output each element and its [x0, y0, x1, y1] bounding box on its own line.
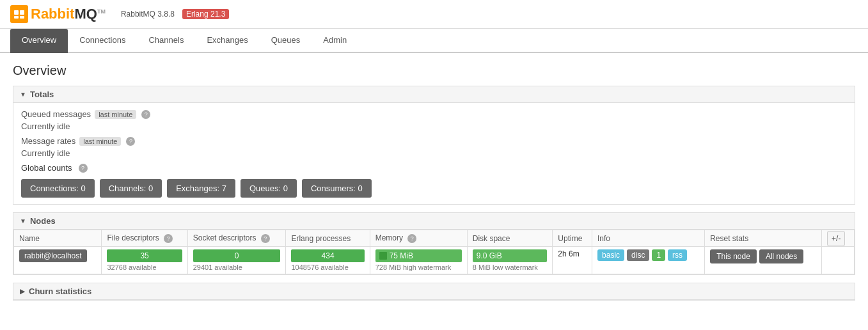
- currently-idle-1: Currently idle: [21, 122, 847, 131]
- queued-messages-tag[interactable]: last minute: [95, 110, 136, 119]
- badge-rss[interactable]: rss: [668, 249, 687, 261]
- memory-sub: 728 MiB high watermark: [375, 263, 462, 271]
- disk-space-cell: 9.0 GiB 8 MiB low watermark: [467, 247, 553, 274]
- queued-messages-row: Queued messages last minute ?: [21, 109, 847, 119]
- col-erlang-processes: Erlang processes: [286, 230, 370, 247]
- rabbitmq-logo-icon: [10, 5, 28, 23]
- logo-tm: TM: [97, 8, 106, 15]
- socket-desc-help[interactable]: ?: [261, 234, 270, 243]
- page-title: Overview: [13, 63, 855, 78]
- col-name: Name: [14, 230, 102, 247]
- socket-descriptors-bar: 0: [193, 249, 281, 262]
- file-descriptors-bar: 35: [107, 249, 182, 262]
- badge-disc[interactable]: disc: [627, 249, 649, 261]
- nodes-section-label: Nodes: [30, 216, 56, 226]
- disk-space-value: 9.0 GiB: [477, 251, 502, 260]
- file-desc-help[interactable]: ?: [164, 234, 173, 243]
- message-rates-help[interactable]: ?: [126, 137, 135, 146]
- erlang-processes-cell: 434 1048576 available: [286, 247, 370, 274]
- badge-basic[interactable]: basic: [597, 249, 624, 261]
- col-memory: Memory ?: [370, 230, 467, 247]
- nodes-section: ▼ Nodes Name File descriptors ? Sock: [13, 212, 855, 275]
- churn-section-header[interactable]: ▶ Churn statistics: [13, 283, 855, 300]
- nav-admin[interactable]: Admin: [312, 29, 358, 53]
- info-badges: basic disc 1 rss: [597, 249, 699, 261]
- memory-help[interactable]: ?: [407, 234, 416, 243]
- header: RabbitMQTM RabbitMQ 3.8.8 Erlang 21.3: [0, 0, 868, 29]
- disk-space-bar: 9.0 GiB: [473, 249, 548, 262]
- all-nodes-btn[interactable]: All nodes: [759, 249, 803, 263]
- svg-rect-0: [14, 10, 19, 15]
- totals-section-header[interactable]: ▼ Totals: [13, 86, 855, 103]
- message-rates-row: Message rates last minute ?: [21, 136, 847, 146]
- queued-messages-label: Queued messages: [21, 109, 91, 119]
- empty-cell: [822, 247, 855, 274]
- col-uptime: Uptime: [553, 230, 592, 247]
- nav-queues[interactable]: Queues: [260, 29, 312, 53]
- global-counts-row: Global counts ?: [21, 163, 847, 173]
- nodes-section-content: Name File descriptors ? Socket descripto…: [13, 230, 855, 274]
- consumers-count-btn[interactable]: Consumers: 0: [302, 179, 372, 198]
- main-content: Overview ▼ Totals Queued messages last m…: [0, 53, 868, 318]
- uptime-value: 2h 6m: [558, 249, 579, 258]
- nodes-table: Name File descriptors ? Socket descripto…: [13, 230, 855, 274]
- uptime-cell: 2h 6m: [553, 247, 592, 274]
- totals-arrow-icon: ▼: [20, 91, 26, 98]
- connections-count-btn[interactable]: Connections: 0: [21, 179, 95, 198]
- currently-idle-2: Currently idle: [21, 148, 847, 158]
- message-rates-tag[interactable]: last minute: [79, 137, 121, 146]
- this-node-btn[interactable]: This node: [710, 249, 757, 263]
- memory-bar-inner: [379, 252, 387, 260]
- svg-rect-2: [14, 16, 19, 19]
- nav-channels[interactable]: Channels: [137, 29, 195, 53]
- logo-mq: MQ: [74, 6, 97, 22]
- totals-section-label: Totals: [30, 90, 54, 99]
- erlang-processes-sub: 1048576 available: [291, 263, 364, 271]
- socket-descriptors-sub: 29401 available: [193, 263, 281, 271]
- nodes-arrow-icon: ▼: [20, 217, 26, 224]
- nav-connections[interactable]: Connections: [68, 29, 137, 53]
- nodes-table-header-row: Name File descriptors ? Socket descripto…: [14, 230, 855, 247]
- svg-rect-1: [20, 10, 24, 15]
- file-descriptors-cell: 35 32768 available: [102, 247, 187, 274]
- nodes-section-header[interactable]: ▼ Nodes: [13, 213, 855, 230]
- node-name[interactable]: rabbit@localhost: [19, 249, 87, 262]
- table-row: rabbit@localhost 35 32768 available 0 29…: [14, 247, 855, 274]
- memory-value: 75 MiB: [390, 251, 413, 260]
- channels-count-btn[interactable]: Channels: 0: [100, 179, 162, 198]
- node-name-cell: rabbit@localhost: [14, 247, 102, 274]
- queues-count-btn[interactable]: Queues: 0: [241, 179, 297, 198]
- global-counts-help[interactable]: ?: [79, 164, 88, 173]
- col-socket-descriptors: Socket descriptors ?: [187, 230, 286, 247]
- logo-text: RabbitMQTM: [31, 6, 106, 22]
- totals-section-content: Queued messages last minute ? Currently …: [13, 103, 855, 204]
- totals-section: ▼ Totals Queued messages last minute ? C…: [13, 86, 855, 205]
- erlang-processes-bar: 434: [291, 249, 364, 262]
- svg-rect-3: [20, 16, 24, 19]
- nav-overview[interactable]: Overview: [10, 29, 68, 53]
- churn-section: ▶ Churn statistics: [13, 283, 855, 301]
- global-counts-label: Global counts: [21, 163, 72, 173]
- exchanges-count-btn[interactable]: Exchanges: 7: [167, 179, 235, 198]
- queued-messages-help[interactable]: ?: [141, 110, 150, 119]
- nav-exchanges[interactable]: Exchanges: [195, 29, 259, 53]
- col-file-descriptors: File descriptors ?: [102, 230, 187, 247]
- plus-minus-btn[interactable]: +/-: [827, 231, 845, 246]
- badge-num[interactable]: 1: [652, 249, 665, 261]
- counts-row: Connections: 0 Channels: 0 Exchanges: 7 …: [21, 179, 847, 198]
- col-info: Info: [592, 230, 705, 247]
- col-disk-space: Disk space: [467, 230, 553, 247]
- logo: RabbitMQTM: [10, 5, 106, 23]
- message-rates-label: Message rates: [21, 136, 75, 146]
- churn-section-label: Churn statistics: [29, 287, 91, 296]
- reset-stats-cell: This node All nodes: [705, 247, 822, 274]
- rabbitmq-version: RabbitMQ 3.8.8: [121, 10, 175, 19]
- info-cell: basic disc 1 rss: [592, 247, 705, 274]
- col-reset-stats: Reset stats: [705, 230, 822, 247]
- col-plus-minus: +/-: [822, 230, 855, 247]
- socket-descriptors-cell: 0 29401 available: [187, 247, 286, 274]
- reset-btns: This node All nodes: [710, 249, 816, 263]
- main-nav: Overview Connections Channels Exchanges …: [0, 29, 868, 53]
- erlang-version: Erlang 21.3: [182, 9, 229, 19]
- logo-rabbit: Rabbit: [31, 6, 74, 22]
